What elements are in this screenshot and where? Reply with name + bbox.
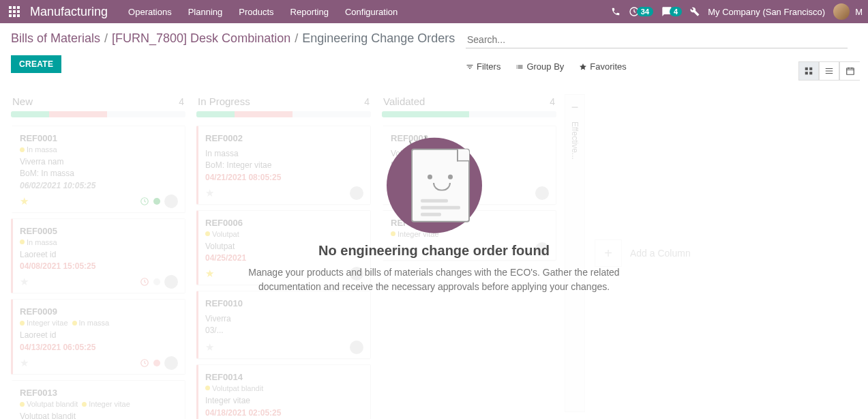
card-tag: Integer vitae (20, 319, 68, 327)
card-ref: REF0010 (205, 298, 363, 308)
card-ref: REF0013 (20, 388, 178, 398)
card-ref: REF0014 (205, 372, 363, 382)
column-title[interactable]: New (12, 96, 33, 107)
activity-icon[interactable]: 34 (629, 6, 653, 17)
star-icon[interactable]: ★ (20, 357, 29, 369)
groupby-label: Group By (526, 61, 564, 72)
top-menu-reporting[interactable]: Reporting (282, 1, 337, 23)
groupby-button[interactable]: Group By (515, 61, 564, 72)
filters-label: Filters (477, 61, 500, 72)
empty-body: Manage your products and bills of materi… (223, 265, 646, 294)
top-menu-configuration[interactable]: Configuration (337, 1, 406, 23)
kanban-card[interactable]: REF0009Integer vitaeIn massaLaoreet id04… (11, 299, 185, 375)
card-line: Laoreet id (20, 330, 178, 341)
svg-rect-5 (17, 10, 20, 13)
column-progress[interactable] (11, 111, 185, 117)
top-menu-products[interactable]: Products (230, 1, 282, 23)
state-dot-icon[interactable] (153, 278, 160, 285)
top-nav: Manufacturing OperationsPlanningProducts… (0, 0, 868, 23)
svg-rect-10 (805, 68, 808, 70)
view-calendar-button[interactable] (839, 61, 860, 81)
card-line: Viverra (205, 313, 363, 325)
kanban-card[interactable]: REF0010Viverra03/... ★ (196, 291, 371, 359)
clock-icon[interactable] (140, 277, 149, 287)
star-icon[interactable]: ★ (205, 341, 214, 353)
card-date: 04/08/2021 15:05:25 (20, 261, 178, 271)
assignee-avatar[interactable] (164, 356, 178, 370)
filters-button[interactable]: Filters (466, 61, 500, 72)
card-date: 06/02/2021 10:05:25 (20, 181, 178, 190)
state-dot-icon[interactable] (153, 360, 160, 366)
breadcrumb-sep: / (295, 31, 298, 46)
user-avatar[interactable] (833, 3, 850, 20)
card-line: Viverra nam (20, 156, 178, 168)
card-tag: Volutpat blandit (20, 400, 78, 408)
control-bar: Bills of Materials / [FURN_7800] Desk Co… (0, 23, 868, 78)
activity-badge: 34 (637, 7, 653, 16)
star-icon[interactable]: ★ (205, 187, 214, 199)
breadcrumb-current: Engineering Change Orders (302, 31, 455, 46)
card-date: 04/13/2021 06:05:25 (20, 343, 178, 352)
view-list-button[interactable] (819, 61, 839, 81)
create-button[interactable]: CREATE (11, 55, 61, 73)
search-options: Filters Group By Favorites (466, 61, 627, 72)
empty-illustration-icon (387, 138, 482, 233)
messaging-icon[interactable]: 4 (661, 6, 682, 17)
svg-rect-13 (809, 72, 812, 74)
breadcrumb-product[interactable]: [FURN_7800] Desk Combination (112, 31, 290, 46)
svg-rect-11 (809, 68, 812, 70)
assignee-avatar[interactable] (164, 275, 178, 289)
empty-title: No engineering change order found (223, 243, 646, 259)
phone-icon[interactable] (611, 7, 620, 16)
column-progress[interactable] (196, 111, 371, 117)
top-menu-operations[interactable]: Operations (120, 1, 180, 23)
card-tag: Volutpat blandit (205, 384, 263, 392)
clock-icon[interactable] (140, 358, 149, 368)
favorites-button[interactable]: Favorites (579, 61, 626, 72)
card-line: Volutpat blandit (20, 411, 178, 419)
top-menu-planning[interactable]: Planning (180, 1, 231, 23)
kanban-card[interactable]: REF0014Volutpat blanditInteger vitae04/1… (196, 364, 371, 419)
column-title[interactable]: In Progress (198, 96, 250, 107)
card-tag: In massa (20, 238, 57, 246)
state-dot-icon[interactable] (153, 198, 160, 205)
kanban-card[interactable]: REF0005In massaLaoreet id04/08/2021 15:0… (11, 218, 185, 294)
apps-icon[interactable] (5, 3, 23, 20)
kanban-card[interactable]: REF0013Volutpat blanditInteger vitaeVolu… (11, 380, 185, 419)
view-kanban-button[interactable] (798, 61, 819, 81)
card-line: BoM: In massa (20, 168, 178, 179)
unfold-icon[interactable]: − (571, 100, 579, 115)
breadcrumb-sep: / (104, 31, 108, 46)
svg-rect-14 (846, 68, 854, 74)
column-progress[interactable] (382, 111, 556, 117)
breadcrumb-bom[interactable]: Bills of Materials (11, 31, 100, 46)
top-right: 34 4 My Company (San Francisco) M (611, 3, 863, 20)
column-title[interactable]: Validated (383, 96, 425, 107)
messaging-badge: 4 (670, 7, 682, 16)
column-count: 4 (364, 96, 370, 107)
star-icon[interactable]: ★ (205, 268, 214, 280)
user-initial: M (855, 7, 863, 17)
kanban-card[interactable]: REF0001In massaViverra namBoM: In massa0… (11, 126, 185, 213)
kanban-column: New4REF0001In massaViverra namBoM: In ma… (5, 94, 191, 412)
svg-rect-12 (805, 72, 808, 74)
empty-state: No engineering change order found Manage… (223, 138, 646, 294)
search-input[interactable] (466, 31, 848, 48)
tools-icon[interactable] (690, 7, 700, 16)
assignee-avatar[interactable] (350, 341, 363, 354)
column-count: 4 (550, 96, 555, 107)
svg-rect-8 (17, 14, 20, 17)
card-tag: In massa (20, 145, 57, 154)
assignee-avatar[interactable] (164, 194, 178, 208)
card-line: 03/... (205, 325, 363, 336)
card-date: 04/18/2021 02:05:25 (205, 408, 363, 418)
card-ref: REF0005 (20, 226, 178, 236)
star-icon[interactable]: ★ (20, 195, 29, 207)
svg-rect-3 (9, 10, 12, 13)
star-icon[interactable]: ★ (20, 276, 29, 288)
card-tag: Integer vitae (82, 400, 130, 408)
card-ref: REF0009 (20, 306, 178, 317)
app-title[interactable]: Manufacturing (30, 5, 108, 19)
company-switcher[interactable]: My Company (San Francisco) (708, 7, 825, 17)
clock-icon[interactable] (140, 197, 149, 206)
